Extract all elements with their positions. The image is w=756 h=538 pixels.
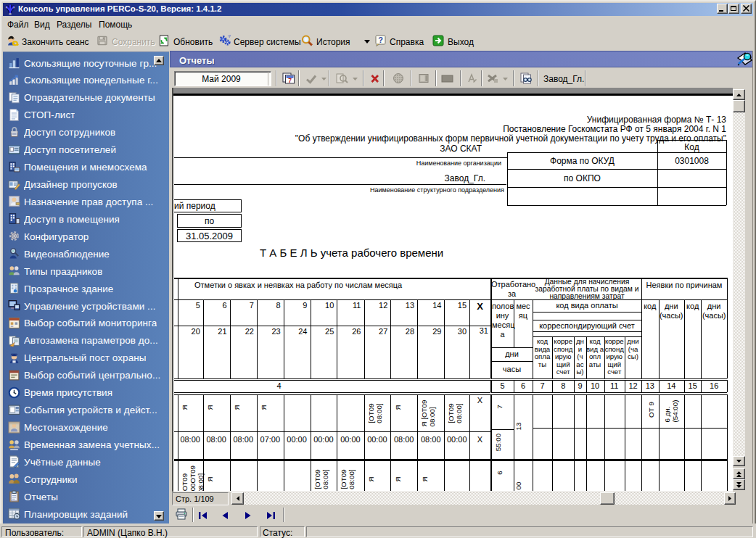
svg-text:7: 7 bbox=[288, 77, 292, 84]
svg-text:?: ? bbox=[378, 36, 383, 44]
